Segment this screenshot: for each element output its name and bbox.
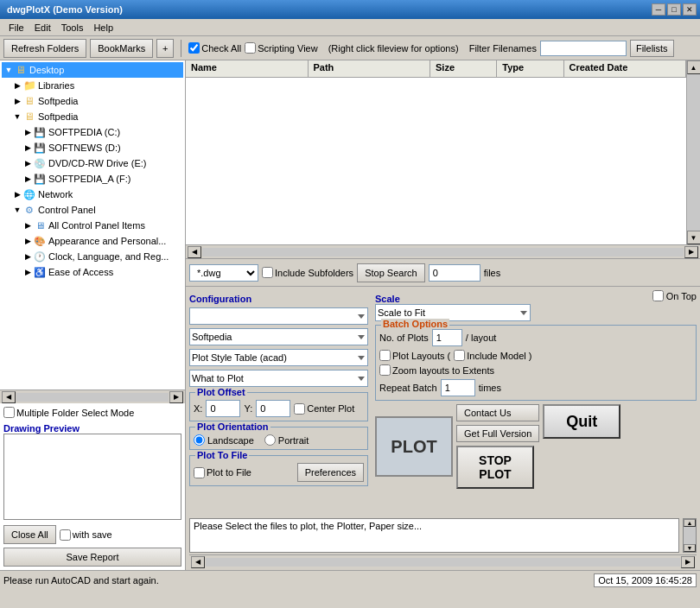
col-name[interactable]: Name [186,60,309,77]
col-type[interactable]: Type [497,60,563,77]
close-button[interactable]: ✕ [683,3,697,16]
multiple-folder-checkbox[interactable] [3,407,15,418]
portrait-option[interactable]: Portrait [264,434,309,446]
landscape-radio[interactable] [194,434,205,446]
center-plot-checkbox[interactable] [294,403,305,415]
controls-area: Configuration Softpedia Plot Style Table… [186,287,700,516]
drive-icon-d: 💾 [33,141,47,155]
on-top-checkbox[interactable] [652,290,664,301]
expand-all-cp[interactable]: ▶ [22,220,33,231]
expand-d-drive[interactable]: ▶ [22,142,33,153]
col-size[interactable]: Size [430,60,497,77]
tree-item-ease-of-access[interactable]: ▶ ♿ Ease of Access [2,264,183,280]
vscroll-up[interactable]: ▲ [687,60,701,74]
tree-item-clock[interactable]: ▶ 🕐 Clock, Language, and Reg... [2,249,183,264]
x-input[interactable] [206,400,240,417]
tree-item-softpedia2[interactable]: ▼ 🖥 Softpedia [2,109,183,124]
tree-item-f-drive[interactable]: ▶ 💾 SOFTPEDIA_A (F:) [2,171,183,187]
stop-plot-button[interactable]: STOP PLOT [456,446,534,489]
tree-item-libraries[interactable]: ▶ 📁 Libraries [2,78,183,93]
y-input[interactable] [256,400,290,417]
col-created[interactable]: Created Date [564,60,687,77]
search-number-input[interactable] [429,264,480,282]
status-vscroll-down[interactable]: ▼ [684,544,696,552]
tree-item-desktop[interactable]: ▼ 🖥 Desktop [2,62,183,78]
add-button[interactable]: + [156,39,174,58]
close-all-button[interactable]: Close All [3,525,56,544]
col-path[interactable]: Path [309,60,431,77]
status-hscroll-right[interactable]: ▶ [681,556,695,568]
config-dropdown2[interactable]: Softpedia [189,328,368,345]
tree-item-softpedia1[interactable]: ▶ 🖥 Softpedia [2,93,183,109]
menu-edit[interactable]: Edit [29,21,56,35]
check-all-checkbox[interactable] [188,42,200,54]
plot-layouts-checkbox[interactable] [379,350,391,361]
portrait-radio[interactable] [264,434,276,446]
expand-softpedia1[interactable]: ▶ [12,96,22,106]
expand-e-drive[interactable]: ▶ [22,158,33,168]
plot-button[interactable]: PLOT [375,416,453,477]
tree-hscroll-right[interactable]: ▶ [169,391,183,403]
file-list-hscroll[interactable]: ◀ ▶ [186,244,700,258]
plot-to-file-checkbox[interactable] [194,467,205,478]
get-full-version-button[interactable]: Get Full Version [456,425,539,442]
tree-item-appearance[interactable]: ▶ 🎨 Appearance and Personal... [2,233,183,249]
tree-hscroll-left[interactable]: ◀ [2,391,16,403]
expand-c-drive[interactable]: ▶ [22,127,33,137]
drive-icon-c: 💾 [33,125,47,139]
refresh-folders-button[interactable]: Refresh Folders [3,39,86,58]
no-of-plots-input[interactable] [432,329,462,346]
menu-tools[interactable]: Tools [56,21,89,35]
vscroll-down[interactable]: ▼ [687,231,701,244]
on-top-label: On Top [666,291,697,301]
tree-item-d-drive[interactable]: ▶ 💾 SOFTNEWS (D:) [2,140,183,155]
status-hscroll-left[interactable]: ◀ [191,556,205,568]
quit-button[interactable]: Quit [543,404,620,439]
menu-file[interactable]: File [3,21,29,35]
with-save-checkbox[interactable] [60,529,71,541]
contact-us-button[interactable]: Contact Us [456,404,539,421]
save-report-button[interactable]: Save Report [3,548,181,567]
expand-ease[interactable]: ▶ [22,267,33,277]
plot-style-dropdown[interactable]: Plot Style Table (acad) [189,349,368,366]
stop-search-button[interactable]: Stop Search [357,263,425,282]
tree-item-all-cp[interactable]: ▶ 🖥 All Control Panel Items [2,218,183,233]
status-vscroll-up[interactable]: ▲ [684,519,696,527]
config-dropdown1-row [189,307,368,325]
what-to-plot-dropdown[interactable]: What to Plot [189,370,368,387]
status-hscroll[interactable]: ◀ ▶ [189,554,697,568]
window-title: dwgPlotX (Demo Version) [3,4,123,15]
filter-input[interactable] [540,41,627,56]
include-model-checkbox[interactable] [454,350,465,361]
scripting-view-checkbox[interactable] [245,42,256,54]
tree-item-c-drive[interactable]: ▶ 💾 SOFTPEDIA (C:) [2,124,183,140]
repeat-batch-input[interactable] [441,379,475,396]
bookmarks-button[interactable]: BookMarks [90,39,153,58]
file-hscroll-left[interactable]: ◀ [188,246,201,258]
file-hscroll-right[interactable]: ▶ [684,246,698,258]
minimize-button[interactable]: ─ [652,3,665,16]
expand-desktop[interactable]: ▼ [3,65,14,75]
extension-dropdown[interactable]: *.dwg [189,264,258,282]
landscape-option[interactable]: Landscape [194,434,254,446]
tree-item-e-drive[interactable]: ▶ 💿 DVD/CD-RW Drive (E:) [2,155,183,171]
tree-item-control-panel[interactable]: ▼ ⚙ Control Panel [2,202,183,218]
include-subfolders-checkbox[interactable] [262,267,273,278]
expand-network[interactable]: ▶ [12,189,22,200]
config-dropdown1[interactable] [189,307,368,325]
tree-hscroll[interactable]: ◀ ▶ [0,390,185,403]
x-label: X: [194,403,202,414]
file-list-header: Name Path Size Type Created Date [186,60,686,78]
expand-control-panel[interactable]: ▼ [12,205,22,215]
menu-help[interactable]: Help [88,21,118,35]
expand-appearance[interactable]: ▶ [22,236,33,246]
filelists-button[interactable]: Filelists [630,40,674,57]
expand-libraries[interactable]: ▶ [12,80,22,91]
expand-clock[interactable]: ▶ [22,251,33,262]
tree-item-network[interactable]: ▶ 🌐 Network [2,187,183,202]
preferences-button[interactable]: Preferences [297,463,364,482]
expand-softpedia2[interactable]: ▼ [12,111,22,122]
zoom-layouts-checkbox[interactable] [379,364,391,376]
maximize-button[interactable]: □ [667,3,681,16]
expand-f-drive[interactable]: ▶ [22,174,33,184]
